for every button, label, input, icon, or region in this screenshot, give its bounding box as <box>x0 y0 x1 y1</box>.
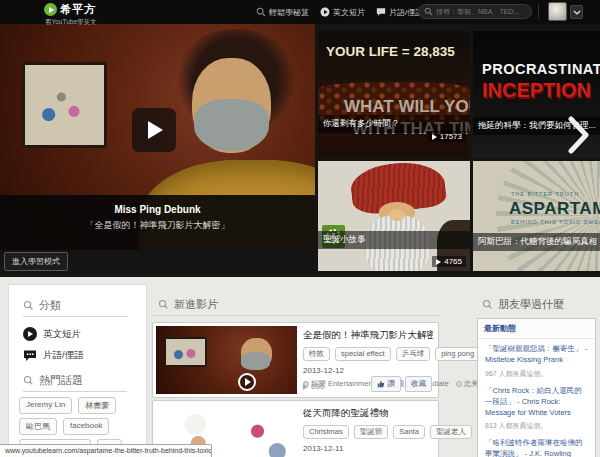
divider <box>152 315 439 316</box>
new-videos-header: 新進影片 <box>158 297 218 312</box>
play-circle-icon <box>320 7 330 17</box>
hero-tile-aspartame[interactable]: THE BITTER TRUTH ASPARTAME BEHIND THIS T… <box>473 161 600 271</box>
featured-title-en: Miss Ping Debunk <box>0 204 315 215</box>
nav-item-videos[interactable]: 英文短片 <box>320 7 365 18</box>
activity-video-link[interactable]: 「哈利波特作者羅琳在哈佛的畢業演說」 - J.K. Rowling Speaks… <box>485 438 588 457</box>
featured-inset-clip <box>22 62 107 148</box>
nav-item-phrases[interactable]: 片語/俚語 <box>376 7 423 18</box>
activity-item: 「聖誕樹親親惡搞：槲寄生」 - Mistletoe Kissing Prank … <box>478 339 595 381</box>
featured-play-button[interactable] <box>132 108 176 152</box>
site-logo[interactable]: 希平方 看YouTube學英文 <box>44 2 97 27</box>
nav-item-label: 英文短片 <box>333 7 365 18</box>
play-icon <box>238 373 256 391</box>
video-title-link[interactable]: 從天而降的聖誕禮物 <box>303 407 433 420</box>
logo-play-icon <box>44 3 57 16</box>
browser-status-bar: www.youtubelearn.com/aspartame-the-bitte… <box>0 444 212 457</box>
carousel-next-button[interactable] <box>566 112 592 158</box>
hero-carousel: Miss Ping Debunk 「全是假的！神準飛刀影片大解密」 進入學習模式… <box>0 24 600 277</box>
search-input[interactable] <box>436 8 526 15</box>
play-triangle-icon <box>303 384 308 390</box>
activity-video-link[interactable]: 「Chris Rock：給白人選民的一段話」 - Chris Rock: Mes… <box>485 386 588 419</box>
featured-caption: Miss Ping Debunk 「全是假的！神準飛刀影片大解密」 <box>0 195 315 250</box>
video-date: 2013-12-12 <box>303 366 433 375</box>
categories-header: 分類 <box>23 298 61 313</box>
tile-caption: 阿斯巴甜：代糖背後的騙局真相 <box>473 233 600 251</box>
video-tags: 特效 special effect 乒乓球 ping pong <box>303 347 433 361</box>
nav-item-secrets[interactable]: 輕鬆學秘笈 <box>256 7 309 18</box>
tag-pill[interactable]: Jeremy Lin <box>19 397 72 414</box>
featured-title-zh: 「全是假的！神準飛刀影片大解密」 <box>0 219 315 232</box>
logo-title: 希平方 <box>60 2 96 17</box>
tag-pill[interactable]: Santa <box>393 425 425 439</box>
thumb-art <box>241 352 271 370</box>
tag-pill[interactable]: facebook <box>63 418 109 435</box>
tag-pill[interactable]: 聖誕老人 <box>430 425 472 439</box>
play-icon <box>148 121 163 139</box>
video-thumbnail[interactable] <box>156 326 297 394</box>
video-title-link[interactable]: 全是假的！神準飛刀影片大解密 <box>303 329 433 342</box>
divider <box>23 391 127 392</box>
hero-tile-your-life[interactable]: YOUR LIFE = 28,835 WHAT WILL YOU WITH TH… <box>318 31 470 158</box>
tile-headline: ASPARTAME <box>509 199 600 219</box>
tile-view-count: 4765 <box>432 256 466 267</box>
search-icon <box>424 7 433 16</box>
header-divider <box>538 4 539 19</box>
chevron-down-icon <box>573 10 581 15</box>
activity-recommend-count: 813 人都推薦這個。 <box>485 421 588 431</box>
speech-bubble-icon <box>23 349 37 362</box>
play-triangle-icon <box>436 259 441 265</box>
activity-item: 「Chris Rock：給白人選民的一段話」 - Chris Rock: Mes… <box>478 381 595 434</box>
secrets-icon <box>256 7 266 17</box>
section-icon <box>482 299 493 310</box>
section-icon <box>23 300 34 311</box>
tile-headline: PROCRASTINATION <box>482 61 600 77</box>
tile-caption: 聖誕小故事 <box>318 231 470 249</box>
video-date: 2013-12-11 <box>303 444 433 453</box>
sidebar-item-phrases[interactable]: 片語/俚語 <box>23 349 84 362</box>
divider <box>23 316 127 317</box>
tag-pill[interactable]: Christmas <box>303 425 349 439</box>
hot-topics-header: 熱門話題 <box>23 373 83 388</box>
tile-subline: WHAT WILL YOU <box>344 97 470 117</box>
tile-subline: INCEPTION <box>482 79 591 102</box>
sidebar-item-english-videos[interactable]: 英文短片 <box>23 327 81 341</box>
main-nav: 輕鬆學秘笈 英文短片 片語/俚語 <box>256 0 423 24</box>
video-view-count: 686 <box>303 382 324 391</box>
chevron-right-icon <box>568 116 590 154</box>
search-box <box>418 4 532 19</box>
speech-bubble-icon <box>376 7 386 17</box>
activity-box-title: 最新動態 <box>478 319 595 339</box>
nav-item-label: 輕鬆學秘笈 <box>269 7 309 18</box>
activity-item: 「哈利波特作者羅琳在哈佛的畢業演說」 - J.K. Rowling Speaks… <box>478 433 595 457</box>
section-icon <box>23 375 34 386</box>
account-menu-button[interactable] <box>570 5 583 19</box>
tile-small-text: BEHIND THIS TOXIC SWEETENER <box>511 219 600 225</box>
tag-pill[interactable]: 乒乓球 <box>396 347 431 361</box>
featured-art <box>194 99 270 151</box>
sidebar-item-label: 英文短片 <box>43 328 81 341</box>
tile-headline: YOUR LIFE = 28,835 <box>326 44 455 59</box>
favorite-button[interactable]: 收藏 <box>405 376 432 392</box>
tag-pill[interactable]: 聖誕節 <box>354 425 389 439</box>
play-circle-icon <box>23 327 37 341</box>
accent-dot-icon <box>456 381 462 387</box>
categories-panel: 分類 英文短片 片語/俚語 熱門話題 Jeremy Lin 林書豪 歐巴馬 fa… <box>8 284 147 457</box>
hero-tile-christmas-story[interactable]: 聖誕小故事 4765 <box>318 161 470 271</box>
tile-small-text: THE BITTER TRUTH <box>511 191 579 197</box>
video-card: 全是假的！神準飛刀影片大解密 特效 special effect 乒乓球 pin… <box>152 322 439 398</box>
tag-pill[interactable]: 林書豪 <box>78 397 116 414</box>
friends-activity-header: 朋友學過什麼 <box>482 297 564 312</box>
tag-pill[interactable]: 特效 <box>303 347 330 361</box>
section-icon <box>158 299 169 310</box>
sidebar-item-label: 片語/俚語 <box>43 349 84 362</box>
tag-pill[interactable]: special effect <box>335 347 391 361</box>
like-button[interactable]: 讚 <box>371 376 402 392</box>
tag-pill[interactable]: ping pong <box>435 347 480 361</box>
tag-pill[interactable]: 歐巴馬 <box>19 418 57 435</box>
top-navigation-bar: 希平方 看YouTube學英文 輕鬆學秘笈 英文短片 片語/俚語 <box>0 0 600 24</box>
user-avatar[interactable] <box>548 2 567 21</box>
enter-learning-mode-button[interactable]: 進入學習模式 <box>4 252 68 271</box>
featured-video[interactable]: Miss Ping Debunk 「全是假的！神準飛刀影片大解密」 <box>0 24 315 250</box>
logo-subtitle: 看YouTube學英文 <box>45 18 97 27</box>
activity-video-link[interactable]: 「聖誕樹親親惡搞：槲寄生」 - Mistletoe Kissing Prank <box>485 344 588 366</box>
